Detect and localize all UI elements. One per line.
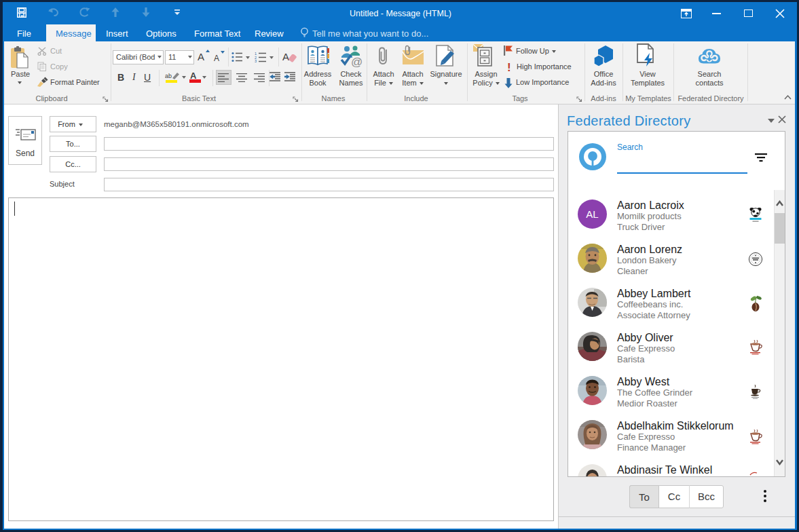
svg-text:AL: AL xyxy=(586,208,598,220)
svg-text:ab: ab xyxy=(165,73,172,79)
svg-text:3: 3 xyxy=(255,59,257,62)
svg-text:@: @ xyxy=(351,56,363,67)
